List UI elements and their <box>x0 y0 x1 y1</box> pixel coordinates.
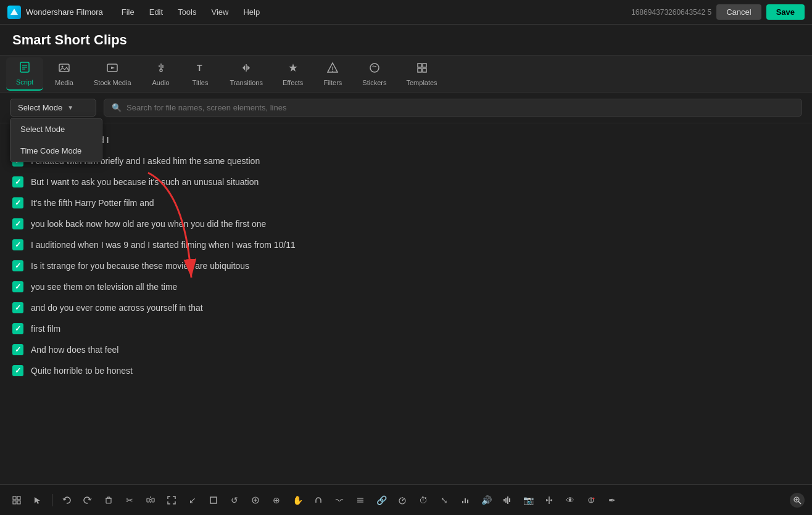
tab-stock-media-label: Stock Media <box>94 79 131 86</box>
crop-in-tool[interactable] <box>162 491 181 509</box>
script-line-11[interactable]: ✓ And how does that feel <box>0 339 812 360</box>
script-line-12[interactable]: ✓ Quite horrible to be honest <box>0 360 812 381</box>
tab-filters-label: Filters <box>323 79 342 86</box>
svg-marker-56 <box>546 499 549 501</box>
svg-rect-23 <box>13 496 16 500</box>
eye-tool[interactable]: 👁 <box>561 491 579 509</box>
tab-script[interactable]: Script <box>6 57 43 91</box>
scissors-tool[interactable]: ✂ <box>120 491 139 509</box>
tab-templates[interactable]: Templates <box>397 58 445 90</box>
svg-rect-24 <box>17 496 20 500</box>
svg-rect-51 <box>503 499 505 501</box>
checkbox-6[interactable]: ✓ <box>12 239 23 250</box>
script-line-10[interactable]: ✓ first film <box>0 318 812 339</box>
audio-wave-tool[interactable] <box>498 491 516 509</box>
filter-bar: Select Mode ▼ Select Mode Time Code Mode… <box>0 93 812 123</box>
dropdown-button[interactable]: Select Mode ▼ <box>10 99 96 117</box>
tab-stickers-label: Stickers <box>362 79 386 86</box>
resize-tool[interactable]: ⤡ <box>435 491 454 509</box>
zoom-full-tool[interactable]: ⊕ <box>267 491 286 509</box>
script-line-3[interactable]: ✓ But I want to ask you because it's suc… <box>0 171 812 192</box>
crop-out-tool[interactable]: ↙ <box>183 491 202 509</box>
svg-line-62 <box>798 501 801 504</box>
wave-tool[interactable] <box>330 491 349 509</box>
checkbox-11[interactable]: ✓ <box>12 344 23 355</box>
script-line-8[interactable]: ✓ you see them on television all the tim… <box>0 276 812 297</box>
checkbox-9[interactable]: ✓ <box>12 302 23 313</box>
split-v-tool[interactable] <box>540 491 558 509</box>
tab-media[interactable]: Media <box>46 58 83 90</box>
link-tool[interactable]: 🔗 <box>372 491 391 509</box>
cursor-tool[interactable] <box>28 491 47 509</box>
tab-effects[interactable]: Effects <box>274 58 312 90</box>
tab-audio[interactable]: Audio <box>143 58 180 90</box>
menu-view[interactable]: View <box>205 5 234 19</box>
tab-titles-label: Titles <box>193 79 209 86</box>
zoom-button[interactable] <box>790 493 805 508</box>
app-logo-icon <box>7 6 21 19</box>
select-mode-dropdown[interactable]: Select Mode ▼ Select Mode Time Code Mode <box>10 99 96 117</box>
menu-edit[interactable]: Edit <box>143 5 169 19</box>
content-area: Select Mode ▼ Select Mode Time Code Mode… <box>0 93 812 484</box>
tab-stickers[interactable]: Stickers <box>354 58 395 90</box>
menu-tools[interactable]: Tools <box>172 5 202 19</box>
square-tool[interactable] <box>204 491 223 509</box>
save-button[interactable]: Save <box>766 4 805 20</box>
app-logo: Wondershare Filmora <box>7 6 103 19</box>
svg-text:T: T <box>197 63 202 73</box>
speed-tool[interactable] <box>393 491 412 509</box>
cancel-button[interactable]: Cancel <box>716 4 761 20</box>
bars-tool[interactable] <box>351 491 370 509</box>
chevron-down-icon: ▼ <box>67 104 73 111</box>
script-line-4[interactable]: ✓ It's the fifth Harry Potter film and <box>0 192 812 213</box>
delete-tool[interactable] <box>99 491 118 509</box>
checkbox-7[interactable]: ✓ <box>12 260 23 271</box>
checkbox-8[interactable]: ✓ <box>12 281 23 292</box>
script-line-2[interactable]: ✓ I chatted with him briefly and I asked… <box>0 150 812 171</box>
svg-rect-33 <box>147 498 149 502</box>
tab-titles[interactable]: T Titles <box>182 58 219 90</box>
ai-tool[interactable] <box>582 491 600 509</box>
dropdown-option-select-mode[interactable]: Select Mode <box>10 118 102 140</box>
checkbox-4[interactable]: ✓ <box>12 197 23 208</box>
pen-tool[interactable]: ✒ <box>603 491 621 509</box>
split-tool[interactable] <box>141 491 160 509</box>
undo-tool[interactable] <box>57 491 76 509</box>
hand-tool[interactable]: ✋ <box>288 491 307 509</box>
svg-rect-20 <box>418 68 421 72</box>
script-line-1[interactable]: ✓ lcliffe last night and I <box>0 130 812 150</box>
tab-audio-label: Audio <box>152 79 169 86</box>
audio-link-tool[interactable]: 🔊 <box>477 491 495 509</box>
svg-rect-34 <box>152 498 154 502</box>
timestamp: 168694373260643542 5 <box>631 8 711 17</box>
bottom-toolbar: ✂ ↙ ↺ ⊕ ✋ 🔗 ⏱ ⤡ 🔊 📷 👁 ✒ <box>0 484 812 515</box>
script-line-6[interactable]: ✓ I auditioned when I was 9 and I starte… <box>0 234 812 255</box>
svg-rect-18 <box>418 64 421 67</box>
rotate-left-tool[interactable]: ↺ <box>225 491 244 509</box>
menu-bar: File Edit Tools View Help <box>115 5 631 19</box>
checkbox-10[interactable]: ✓ <box>12 323 23 334</box>
magnet-tool[interactable] <box>309 491 328 509</box>
zoom-fit-tool[interactable] <box>246 491 265 509</box>
menu-file[interactable]: File <box>115 5 141 19</box>
tab-stock-media[interactable]: Stock Media <box>85 58 140 90</box>
tab-transitions[interactable]: Transitions <box>222 58 271 90</box>
tab-filters[interactable]: Filters <box>314 58 351 90</box>
menu-help[interactable]: Help <box>237 5 266 19</box>
script-line-9[interactable]: ✓ and do you ever come across yourself i… <box>0 297 812 318</box>
search-input[interactable] <box>126 103 794 112</box>
timer-tool[interactable]: ⏱ <box>414 491 433 509</box>
script-line-7[interactable]: ✓ Is it strange for you because these mo… <box>0 255 812 276</box>
line-text-9: and do you ever come across yourself in … <box>31 303 203 313</box>
eq-tool[interactable] <box>456 491 474 509</box>
checkbox-3[interactable]: ✓ <box>12 176 23 187</box>
tab-effects-label: Effects <box>283 79 303 86</box>
filters-icon <box>326 62 339 77</box>
checkbox-12[interactable]: ✓ <box>12 365 23 376</box>
dropdown-option-timecode-mode[interactable]: Time Code Mode <box>10 140 102 162</box>
checkbox-5[interactable]: ✓ <box>12 218 23 229</box>
grid-tool[interactable] <box>7 491 26 509</box>
redo-tool[interactable] <box>78 491 97 509</box>
camera-tool[interactable]: 📷 <box>519 491 537 509</box>
script-line-5[interactable]: ✓ you look back now how old are you when… <box>0 213 812 234</box>
